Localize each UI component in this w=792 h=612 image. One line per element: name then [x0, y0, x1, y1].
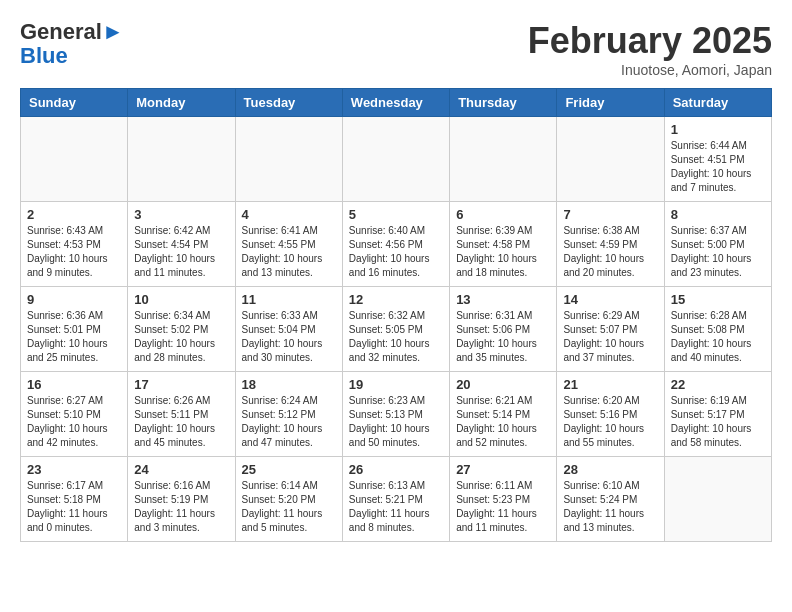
calendar-cell: 3Sunrise: 6:42 AM Sunset: 4:54 PM Daylig… — [128, 202, 235, 287]
day-number: 25 — [242, 462, 336, 477]
week-row-2: 2Sunrise: 6:43 AM Sunset: 4:53 PM Daylig… — [21, 202, 772, 287]
week-row-5: 23Sunrise: 6:17 AM Sunset: 5:18 PM Dayli… — [21, 457, 772, 542]
day-number: 10 — [134, 292, 228, 307]
day-info: Sunrise: 6:16 AM Sunset: 5:19 PM Dayligh… — [134, 479, 228, 535]
calendar-cell: 11Sunrise: 6:33 AM Sunset: 5:04 PM Dayli… — [235, 287, 342, 372]
day-info: Sunrise: 6:37 AM Sunset: 5:00 PM Dayligh… — [671, 224, 765, 280]
day-number: 26 — [349, 462, 443, 477]
day-info: Sunrise: 6:43 AM Sunset: 4:53 PM Dayligh… — [27, 224, 121, 280]
calendar-cell: 15Sunrise: 6:28 AM Sunset: 5:08 PM Dayli… — [664, 287, 771, 372]
day-info: Sunrise: 6:13 AM Sunset: 5:21 PM Dayligh… — [349, 479, 443, 535]
day-info: Sunrise: 6:31 AM Sunset: 5:06 PM Dayligh… — [456, 309, 550, 365]
day-info: Sunrise: 6:21 AM Sunset: 5:14 PM Dayligh… — [456, 394, 550, 450]
calendar-cell: 7Sunrise: 6:38 AM Sunset: 4:59 PM Daylig… — [557, 202, 664, 287]
day-info: Sunrise: 6:14 AM Sunset: 5:20 PM Dayligh… — [242, 479, 336, 535]
day-number: 5 — [349, 207, 443, 222]
calendar-cell: 5Sunrise: 6:40 AM Sunset: 4:56 PM Daylig… — [342, 202, 449, 287]
day-number: 20 — [456, 377, 550, 392]
day-number: 4 — [242, 207, 336, 222]
day-info: Sunrise: 6:38 AM Sunset: 4:59 PM Dayligh… — [563, 224, 657, 280]
calendar-cell — [557, 117, 664, 202]
day-number: 22 — [671, 377, 765, 392]
day-number: 1 — [671, 122, 765, 137]
day-number: 12 — [349, 292, 443, 307]
day-info: Sunrise: 6:11 AM Sunset: 5:23 PM Dayligh… — [456, 479, 550, 535]
calendar-cell: 1Sunrise: 6:44 AM Sunset: 4:51 PM Daylig… — [664, 117, 771, 202]
day-info: Sunrise: 6:17 AM Sunset: 5:18 PM Dayligh… — [27, 479, 121, 535]
day-number: 13 — [456, 292, 550, 307]
day-number: 19 — [349, 377, 443, 392]
logo-general: General — [20, 19, 102, 44]
day-info: Sunrise: 6:39 AM Sunset: 4:58 PM Dayligh… — [456, 224, 550, 280]
calendar-cell — [664, 457, 771, 542]
calendar-cell — [450, 117, 557, 202]
day-number: 3 — [134, 207, 228, 222]
calendar-cell: 13Sunrise: 6:31 AM Sunset: 5:06 PM Dayli… — [450, 287, 557, 372]
day-info: Sunrise: 6:42 AM Sunset: 4:54 PM Dayligh… — [134, 224, 228, 280]
day-number: 15 — [671, 292, 765, 307]
calendar-cell: 28Sunrise: 6:10 AM Sunset: 5:24 PM Dayli… — [557, 457, 664, 542]
calendar-cell: 25Sunrise: 6:14 AM Sunset: 5:20 PM Dayli… — [235, 457, 342, 542]
day-number: 11 — [242, 292, 336, 307]
day-info: Sunrise: 6:34 AM Sunset: 5:02 PM Dayligh… — [134, 309, 228, 365]
day-number: 9 — [27, 292, 121, 307]
day-number: 2 — [27, 207, 121, 222]
calendar-cell: 2Sunrise: 6:43 AM Sunset: 4:53 PM Daylig… — [21, 202, 128, 287]
day-number: 28 — [563, 462, 657, 477]
calendar-cell — [21, 117, 128, 202]
calendar-cell: 20Sunrise: 6:21 AM Sunset: 5:14 PM Dayli… — [450, 372, 557, 457]
calendar: SundayMondayTuesdayWednesdayThursdayFrid… — [20, 88, 772, 542]
day-info: Sunrise: 6:36 AM Sunset: 5:01 PM Dayligh… — [27, 309, 121, 365]
month-title: February 2025 — [528, 20, 772, 62]
calendar-cell: 16Sunrise: 6:27 AM Sunset: 5:10 PM Dayli… — [21, 372, 128, 457]
day-info: Sunrise: 6:44 AM Sunset: 4:51 PM Dayligh… — [671, 139, 765, 195]
day-number: 14 — [563, 292, 657, 307]
title-block: February 2025 Inuotose, Aomori, Japan — [528, 20, 772, 78]
calendar-cell — [128, 117, 235, 202]
header-day-saturday: Saturday — [664, 89, 771, 117]
week-row-1: 1Sunrise: 6:44 AM Sunset: 4:51 PM Daylig… — [21, 117, 772, 202]
calendar-cell: 22Sunrise: 6:19 AM Sunset: 5:17 PM Dayli… — [664, 372, 771, 457]
calendar-cell: 8Sunrise: 6:37 AM Sunset: 5:00 PM Daylig… — [664, 202, 771, 287]
calendar-cell: 21Sunrise: 6:20 AM Sunset: 5:16 PM Dayli… — [557, 372, 664, 457]
calendar-cell — [342, 117, 449, 202]
logo: General► Blue — [20, 20, 124, 68]
header-row: SundayMondayTuesdayWednesdayThursdayFrid… — [21, 89, 772, 117]
day-info: Sunrise: 6:19 AM Sunset: 5:17 PM Dayligh… — [671, 394, 765, 450]
day-number: 7 — [563, 207, 657, 222]
week-row-3: 9Sunrise: 6:36 AM Sunset: 5:01 PM Daylig… — [21, 287, 772, 372]
calendar-cell: 26Sunrise: 6:13 AM Sunset: 5:21 PM Dayli… — [342, 457, 449, 542]
day-info: Sunrise: 6:24 AM Sunset: 5:12 PM Dayligh… — [242, 394, 336, 450]
day-number: 16 — [27, 377, 121, 392]
day-info: Sunrise: 6:27 AM Sunset: 5:10 PM Dayligh… — [27, 394, 121, 450]
calendar-cell: 24Sunrise: 6:16 AM Sunset: 5:19 PM Dayli… — [128, 457, 235, 542]
subtitle: Inuotose, Aomori, Japan — [528, 62, 772, 78]
day-info: Sunrise: 6:10 AM Sunset: 5:24 PM Dayligh… — [563, 479, 657, 535]
day-info: Sunrise: 6:28 AM Sunset: 5:08 PM Dayligh… — [671, 309, 765, 365]
calendar-cell: 10Sunrise: 6:34 AM Sunset: 5:02 PM Dayli… — [128, 287, 235, 372]
calendar-cell: 6Sunrise: 6:39 AM Sunset: 4:58 PM Daylig… — [450, 202, 557, 287]
day-number: 6 — [456, 207, 550, 222]
calendar-cell: 12Sunrise: 6:32 AM Sunset: 5:05 PM Dayli… — [342, 287, 449, 372]
day-number: 18 — [242, 377, 336, 392]
header-day-wednesday: Wednesday — [342, 89, 449, 117]
calendar-cell: 4Sunrise: 6:41 AM Sunset: 4:55 PM Daylig… — [235, 202, 342, 287]
day-number: 24 — [134, 462, 228, 477]
calendar-cell: 19Sunrise: 6:23 AM Sunset: 5:13 PM Dayli… — [342, 372, 449, 457]
calendar-cell: 18Sunrise: 6:24 AM Sunset: 5:12 PM Dayli… — [235, 372, 342, 457]
logo-icon: ► — [102, 19, 124, 44]
calendar-cell: 14Sunrise: 6:29 AM Sunset: 5:07 PM Dayli… — [557, 287, 664, 372]
day-info: Sunrise: 6:41 AM Sunset: 4:55 PM Dayligh… — [242, 224, 336, 280]
calendar-cell — [235, 117, 342, 202]
day-info: Sunrise: 6:29 AM Sunset: 5:07 PM Dayligh… — [563, 309, 657, 365]
header-day-sunday: Sunday — [21, 89, 128, 117]
day-number: 23 — [27, 462, 121, 477]
day-info: Sunrise: 6:32 AM Sunset: 5:05 PM Dayligh… — [349, 309, 443, 365]
day-info: Sunrise: 6:23 AM Sunset: 5:13 PM Dayligh… — [349, 394, 443, 450]
header-day-tuesday: Tuesday — [235, 89, 342, 117]
calendar-cell: 23Sunrise: 6:17 AM Sunset: 5:18 PM Dayli… — [21, 457, 128, 542]
day-number: 8 — [671, 207, 765, 222]
header-day-friday: Friday — [557, 89, 664, 117]
day-number: 27 — [456, 462, 550, 477]
day-info: Sunrise: 6:26 AM Sunset: 5:11 PM Dayligh… — [134, 394, 228, 450]
